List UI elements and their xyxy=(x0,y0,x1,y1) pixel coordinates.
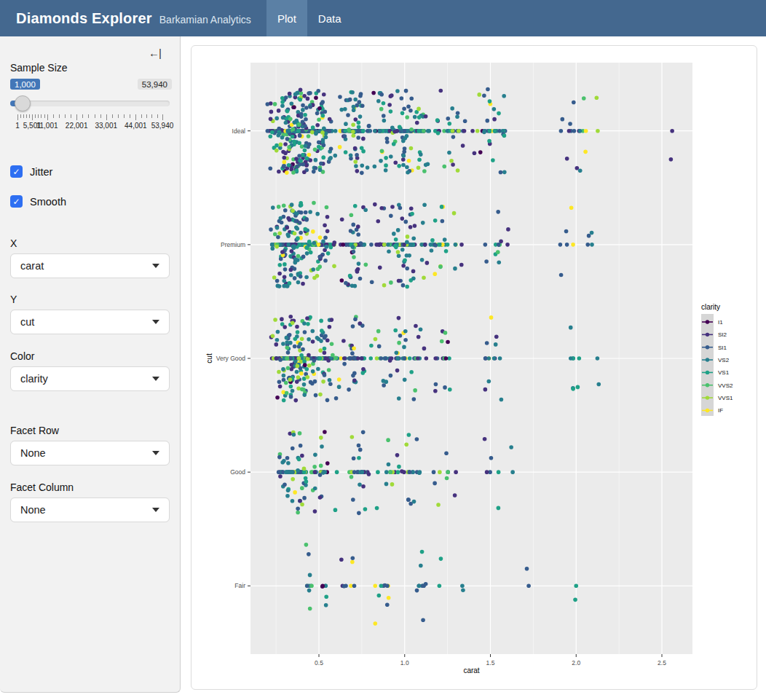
sample-size-label: Sample Size xyxy=(10,62,170,74)
chevron-down-icon xyxy=(152,264,159,268)
plot-card: 0.51.01.52.02.5caratIdealPremiumVery Goo… xyxy=(191,45,757,690)
svg-text:0.5: 0.5 xyxy=(315,659,323,666)
svg-text:Very Good: Very Good xyxy=(216,355,245,362)
chevron-down-icon xyxy=(152,508,159,512)
facet-row-select-label: Facet Row xyxy=(10,425,170,436)
nav-tabs: Plot Data xyxy=(266,0,352,36)
x-axis: 0.51.01.52.02.5carat xyxy=(315,654,666,675)
smooth-checkbox-row: ✓ Smooth xyxy=(10,195,170,208)
slider-value-badge: 1,000 xyxy=(10,79,40,90)
svg-text:SI2: SI2 xyxy=(718,331,727,338)
main-area: 0.51.01.52.02.5caratIdealPremiumVery Goo… xyxy=(181,36,766,700)
y-select[interactable]: cut xyxy=(10,310,170,334)
x-select[interactable]: carat xyxy=(10,253,170,278)
slider-grid-label: 1 xyxy=(15,122,20,130)
svg-text:IF: IF xyxy=(718,407,723,414)
sidebar: ←| Sample Size 1,000 53,940 15,50111,001… xyxy=(0,36,181,693)
svg-text:Good: Good xyxy=(230,468,245,476)
smooth-checkbox[interactable]: ✓ xyxy=(10,195,23,208)
sample-size-slider[interactable] xyxy=(10,95,170,111)
svg-text:carat: carat xyxy=(463,666,479,675)
y-select-value: cut xyxy=(20,316,34,328)
color-select[interactable]: clarity xyxy=(10,366,170,391)
slider-handle[interactable] xyxy=(15,95,31,111)
x-select-value: carat xyxy=(20,260,44,272)
tab-plot[interactable]: Plot xyxy=(266,0,307,36)
slider-grid-label: 53,940 xyxy=(151,122,174,130)
svg-text:VS2: VS2 xyxy=(718,357,730,363)
slider-max-badge: 53,940 xyxy=(138,79,172,90)
diamonds-scatter-plot: 0.51.01.52.02.5caratIdealPremiumVery Goo… xyxy=(192,46,757,689)
svg-text:cut: cut xyxy=(205,353,213,363)
chevron-down-icon xyxy=(152,320,159,324)
chevron-down-icon xyxy=(152,377,159,381)
slider-grid-label: 33,001 xyxy=(95,122,117,130)
tab-data[interactable]: Data xyxy=(307,0,352,36)
svg-text:1.0: 1.0 xyxy=(400,659,409,666)
slider-grid: 15,50111,00122,00133,00144,00153,940 xyxy=(17,114,162,132)
slider-grid-label: 44,001 xyxy=(125,122,147,130)
slider-badges: 1,000 53,940 xyxy=(10,79,170,91)
slider-grid-label: 22,001 xyxy=(66,122,88,130)
content: ←| Sample Size 1,000 53,940 15,50111,001… xyxy=(0,36,766,700)
color-select-label: Color xyxy=(10,350,170,362)
chevron-down-icon xyxy=(152,451,159,455)
facet-column-select-label: Facet Column xyxy=(10,481,170,493)
svg-text:1.5: 1.5 xyxy=(486,659,495,666)
svg-text:2.0: 2.0 xyxy=(572,659,580,666)
svg-text:VS1: VS1 xyxy=(718,369,730,376)
slider-grid-label: 11,001 xyxy=(36,122,58,130)
svg-text:I1: I1 xyxy=(718,319,723,326)
facet-column-select[interactable]: None xyxy=(10,498,170,522)
svg-text:Ideal: Ideal xyxy=(232,127,246,135)
facet-row-select-value: None xyxy=(20,447,46,459)
svg-text:Premium: Premium xyxy=(221,241,245,248)
facet-column-select-value: None xyxy=(20,504,46,516)
svg-text:VVS1: VVS1 xyxy=(718,395,733,401)
svg-text:clarity: clarity xyxy=(701,303,720,311)
sidebar-collapse-icon[interactable]: ←| xyxy=(149,47,161,59)
x-select-label: X xyxy=(10,237,170,249)
jitter-label: Jitter xyxy=(30,166,52,178)
smooth-label: Smooth xyxy=(30,196,66,208)
facet-row-select[interactable]: None xyxy=(10,441,170,465)
app-title: Diamonds Explorer xyxy=(16,10,152,27)
y-select-label: Y xyxy=(10,294,170,305)
svg-text:Fair: Fair xyxy=(234,582,245,589)
svg-text:SI1: SI1 xyxy=(718,345,727,351)
brand: Diamonds Explorer Barkamian Analytics xyxy=(0,10,266,27)
app-header: Diamonds Explorer Barkamian Analytics Pl… xyxy=(0,0,766,36)
app-subtitle: Barkamian Analytics xyxy=(159,14,251,25)
jitter-checkbox[interactable]: ✓ xyxy=(10,165,23,178)
color-select-value: clarity xyxy=(20,373,48,385)
svg-text:VVS2: VVS2 xyxy=(718,382,733,389)
svg-text:2.5: 2.5 xyxy=(658,659,666,666)
y-axis: IdealPremiumVery GoodGoodFaircut xyxy=(205,127,250,590)
jitter-checkbox-row: ✓ Jitter xyxy=(10,165,170,178)
legend: clarityI1SI2SI1VS2VS1VVS2VVS1IF xyxy=(701,303,733,416)
slider-track[interactable] xyxy=(10,101,170,106)
